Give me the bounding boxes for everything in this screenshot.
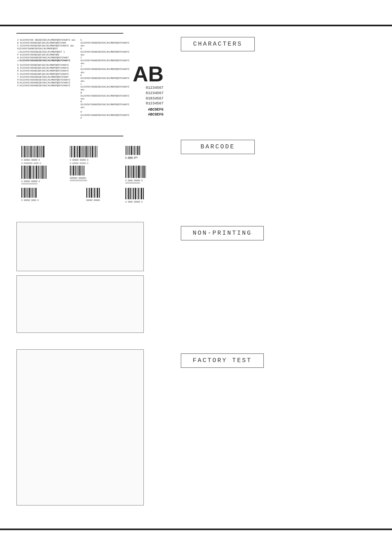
svg-rect-87	[138, 166, 140, 178]
svg-rect-9	[35, 146, 36, 157]
svg-rect-82	[130, 166, 131, 178]
svg-rect-113	[99, 188, 100, 198]
svg-rect-10	[37, 146, 38, 157]
svg-rect-67	[70, 166, 71, 175]
svg-rect-123	[138, 188, 139, 199]
svg-rect-11	[39, 146, 39, 157]
char-text-col-mid: G 0123456789ABCDEFGHIJKLMNOPQRSTUVWXYZ a…	[80, 37, 130, 119]
barcode-label-area: BARCODE	[168, 136, 376, 154]
svg-rect-101	[32, 188, 33, 198]
svg-text:0-0000-0: 0-0000-0	[125, 157, 135, 160]
svg-rect-106	[88, 188, 88, 198]
svg-rect-51	[24, 166, 25, 179]
svg-rect-119	[132, 188, 132, 199]
non-printing-boxes	[16, 222, 168, 333]
svg-rect-39	[131, 146, 132, 155]
svg-rect-12	[40, 146, 41, 157]
svg-rect-72	[78, 166, 78, 175]
svg-rect-112	[97, 188, 98, 198]
svg-rect-25	[84, 146, 85, 157]
svg-rect-85	[135, 166, 136, 178]
characters-section: A 0123456789 ABCDEFGHIJKLMNOPQRSTUVWXYZ …	[16, 33, 376, 119]
svg-rect-26	[85, 146, 87, 157]
svg-rect-115	[125, 188, 126, 199]
svg-rect-110	[94, 188, 95, 198]
svg-rect-42	[136, 146, 136, 155]
svg-rect-74	[81, 166, 82, 175]
characters-label-area: CHARACTERS	[168, 33, 376, 51]
char-right-col: AB 01234567 01234567 01834567 01234567 A…	[132, 37, 164, 119]
svg-text:0 00000 00000 0: 0 00000 00000 0	[21, 159, 40, 162]
svg-rect-84	[133, 166, 134, 178]
factory-test-label-area: FACTORY TEST	[168, 349, 376, 368]
svg-rect-17	[71, 146, 72, 157]
svg-rect-29	[90, 146, 91, 157]
svg-rect-91	[145, 166, 146, 178]
svg-rect-61	[41, 166, 42, 179]
svg-text:0000000000000: 0000000000000	[21, 183, 37, 185]
svg-rect-57	[35, 166, 35, 179]
svg-rect-120	[133, 188, 134, 199]
svg-rect-96	[24, 188, 25, 198]
char-text-col-left: A 0123456789 ABCDEFGHIJKLMNOPQRSTUVWXYZ …	[16, 37, 78, 119]
svg-rect-58	[36, 166, 37, 179]
barcode-label: BARCODE	[181, 140, 255, 154]
svg-rect-24	[83, 146, 83, 157]
svg-text:0-00000-00000-0: 0-00000-00000-0	[70, 162, 88, 165]
svg-text:00000 00000: 00000 00000	[86, 199, 100, 202]
barcode-image-area: 0 00000 00000 0	[16, 140, 164, 205]
svg-rect-108	[91, 188, 92, 198]
barcode-preview-area: 0 00000 00000 0	[16, 136, 168, 205]
svg-rect-125	[141, 188, 142, 199]
svg-rect-4	[28, 146, 28, 157]
svg-rect-7	[32, 146, 33, 157]
svg-rect-18	[73, 146, 73, 157]
svg-rect-20	[76, 146, 76, 157]
svg-rect-27	[88, 146, 88, 157]
characters-underline	[16, 33, 123, 34]
svg-rect-22	[79, 146, 81, 157]
svg-rect-94	[21, 188, 22, 198]
non-printing-section: NON-PRINTING	[16, 222, 376, 333]
svg-rect-19	[74, 146, 75, 157]
svg-text:000000000000: 000000000000	[125, 182, 140, 185]
svg-rect-99	[29, 188, 30, 198]
svg-rect-50	[23, 166, 23, 179]
svg-rect-44	[139, 146, 140, 155]
svg-rect-102	[34, 188, 35, 198]
svg-rect-122	[137, 188, 137, 199]
svg-rect-36	[127, 146, 127, 155]
svg-rect-41	[134, 146, 135, 155]
svg-rect-70	[75, 166, 76, 175]
svg-rect-90	[143, 166, 145, 178]
big-ab-display: AB	[133, 63, 164, 85]
svg-rect-31	[94, 146, 95, 157]
svg-rect-30	[92, 146, 93, 157]
svg-rect-54	[29, 166, 31, 179]
svg-rect-75	[83, 166, 83, 175]
svg-rect-117	[128, 188, 129, 199]
svg-rect-105	[86, 188, 87, 198]
barcode-svg: 0 00000 00000 0	[21, 142, 160, 203]
svg-rect-33	[97, 146, 97, 157]
svg-rect-118	[130, 188, 131, 199]
svg-rect-40	[133, 146, 134, 155]
svg-rect-79	[125, 166, 126, 178]
svg-rect-5	[29, 146, 30, 157]
small-numbers: 01234567 01234567 01834567 01234567	[146, 85, 164, 106]
factory-test-section: FACTORY TEST	[16, 349, 376, 506]
svg-rect-124	[140, 188, 140, 199]
svg-rect-95	[23, 188, 23, 198]
non-printing-label-area: NON-PRINTING	[168, 222, 376, 240]
factory-test-label: FACTORY TEST	[181, 353, 264, 368]
factory-test-box-area	[16, 349, 168, 506]
svg-rect-97	[26, 188, 27, 198]
svg-rect-76	[84, 166, 85, 175]
svg-rect-121	[135, 188, 136, 199]
svg-rect-59	[38, 166, 39, 179]
svg-text:0 00000 00000 0: 0 00000 00000 0	[70, 159, 88, 162]
small-alpha: ABCDEFG ABCDEFG	[148, 107, 164, 118]
svg-rect-37	[128, 146, 129, 155]
svg-text:00000000000000: 00000000000000	[70, 180, 87, 182]
factory-test-box	[16, 349, 144, 506]
